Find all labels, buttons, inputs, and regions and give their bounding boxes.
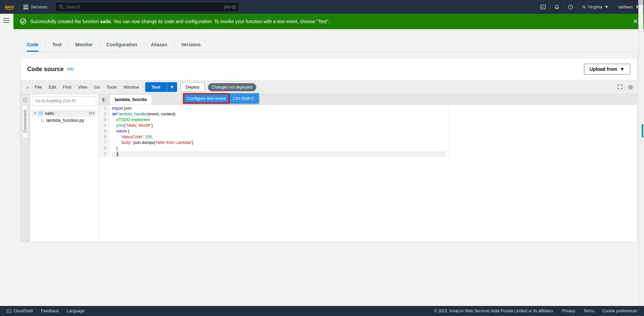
tab-code[interactable]: Code [27,39,39,52]
tab-monitor[interactable]: Monitor [75,39,93,52]
folder-icon [38,111,43,115]
card-header: Code source Info Upload from▼ [20,58,637,80]
file-icon: ⟨⟩ [41,118,44,123]
check-icon [20,18,26,24]
editor-body: Environment ▼ sailo / ⚙▾ ⟨⟩ lambda_funct… [20,94,637,242]
settings-gear-icon[interactable] [628,84,634,90]
env-sidebar: Environment [20,94,30,242]
search-box[interactable]: [Alt+S] [55,2,239,12]
tree-gear-icon[interactable]: ⚙▾ [89,111,95,116]
scroll-up-icon[interactable] [639,0,643,5]
fullscreen-icon[interactable] [618,84,623,90]
region-selector[interactable]: N. Virginia▼ [578,4,613,9]
tab-aliases[interactable]: Aliases [151,39,167,52]
close-icon[interactable]: ✕ [633,18,638,25]
menu-go[interactable]: Go [91,83,103,92]
success-banner: Successfully created the function sailo.… [13,14,644,29]
deploy-button[interactable]: Deploy [180,82,205,92]
caret-down-icon: ▼ [620,66,625,72]
services-menu[interactable]: Services [19,4,52,9]
search-container: [Alt+S] [55,2,239,12]
editor-tabbar: ◧ lambda_functio [99,94,637,105]
caret-icon: ▼ [34,111,37,115]
svg-line-13 [26,101,28,102]
menu-tools[interactable]: Tools [103,83,120,92]
scrollbar[interactable] [638,0,643,242]
environment-tab[interactable]: Environment [23,105,28,138]
svg-point-12 [23,98,26,101]
test-dropdown-button[interactable]: ▼ [167,82,177,92]
line-gutter: 123456789 [99,105,109,158]
grid-icon [23,5,28,9]
svg-rect-2 [541,5,545,9]
svg-point-11 [630,86,632,88]
file-explorer: ▼ sailo / ⚙▾ ⟨⟩ lambda_function.py [30,94,99,242]
tree-file[interactable]: ⟨⟩ lambda_function.py [32,117,97,124]
upload-from-button[interactable]: Upload from▼ [584,64,630,74]
menu-edit[interactable]: Edit [45,83,59,92]
aws-logo[interactable]: aws [0,4,18,10]
code-source-card: Code source Info Upload from▼ ▴ File Edi… [20,58,637,242]
tab-test[interactable]: Test [52,39,62,52]
menu-view[interactable]: View [75,83,91,92]
help-icon[interactable]: ? [564,0,577,14]
menu-file[interactable]: File [32,83,45,92]
search-input[interactable] [66,4,224,9]
main-content: Code Test Monitor Configuration Aliases … [13,39,644,242]
info-link[interactable]: Info [67,67,74,71]
menu-window[interactable]: Window [120,83,142,92]
svg-point-0 [59,5,62,8]
hamburger-icon[interactable] [3,18,9,23]
code-area: ◧ lambda_functio 123456789 import json d… [99,94,637,242]
svg-line-1 [62,8,63,9]
cloudshell-icon[interactable] [536,0,550,14]
code-editor[interactable]: 123456789 import json def lambda_handler… [99,105,637,158]
file-tree: ▼ sailo / ⚙▾ ⟨⟩ lambda_function.py [30,108,98,126]
collapse-icon[interactable]: ▴ [24,85,32,90]
configure-test-event-item[interactable]: Configure test event Ctrl-Shift-C [183,93,259,104]
search-icon [59,5,63,9]
notifications-icon[interactable] [550,0,564,14]
banner-text: Successfully created the function sailo.… [30,19,330,24]
test-dropdown-menu: Configure test event Ctrl-Shift-C [183,93,259,104]
test-button[interactable]: Test [145,82,167,92]
function-tabs: Code Test Monitor Configuration Aliases … [20,39,637,52]
menu-find[interactable]: Find [59,83,74,92]
file-tab[interactable]: lambda_functio [110,94,152,104]
top-nav: aws Services [Alt+S] ? N. Virginia▼ lati… [0,0,644,14]
search-shortcut: [Alt+S] [224,5,236,9]
tree-root[interactable]: ▼ sailo / ⚙▾ [32,110,97,117]
tab-configuration[interactable]: Configuration [106,39,137,52]
goto-input[interactable] [32,96,96,106]
tabbar-toggle-icon[interactable]: ◧ [99,95,110,104]
tree-search-icon[interactable] [23,96,28,104]
editor-toolbar: ▴ File Edit Find View Go Tools Window Te… [20,80,637,94]
card-title: Code source [27,66,64,73]
code-lines[interactable]: import json def lambda_handler(event, co… [109,105,449,158]
deploy-status: Changes not deployed [208,83,256,91]
svg-text:?: ? [570,5,572,9]
tab-versions[interactable]: Versions [181,39,201,52]
services-label: Services [31,4,48,9]
scroll-thumb[interactable] [642,124,643,138]
